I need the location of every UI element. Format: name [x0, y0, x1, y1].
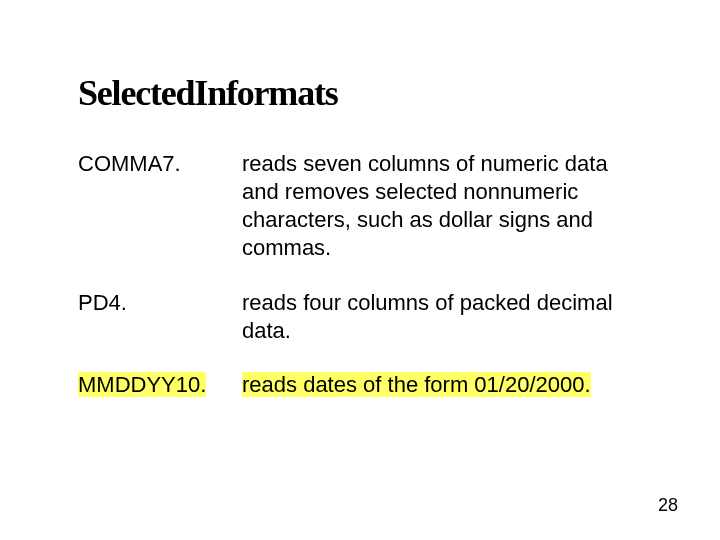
title-word-2: Informats	[194, 73, 337, 113]
informat-term: COMMA7.	[78, 150, 242, 178]
highlight: reads dates of the form 01/20/2000.	[242, 372, 591, 397]
title-word-1: Selected	[78, 73, 194, 113]
informat-desc: reads dates of the form 01/20/2000.	[242, 371, 642, 399]
informat-term: PD4.	[78, 289, 242, 317]
informat-term: MMDDYY10.	[78, 371, 242, 399]
informat-desc: reads four columns of packed decimal dat…	[242, 289, 642, 345]
page-number: 28	[658, 495, 678, 516]
slide-title: SelectedInformats	[78, 72, 642, 114]
informat-row: PD4. reads four columns of packed decima…	[78, 289, 642, 345]
informat-row: MMDDYY10. reads dates of the form 01/20/…	[78, 371, 642, 399]
informat-desc: reads seven columns of numeric data and …	[242, 150, 642, 263]
informat-row: COMMA7. reads seven columns of numeric d…	[78, 150, 642, 263]
highlight: MMDDYY10.	[78, 372, 206, 397]
slide: SelectedInformats COMMA7. reads seven co…	[0, 0, 720, 540]
